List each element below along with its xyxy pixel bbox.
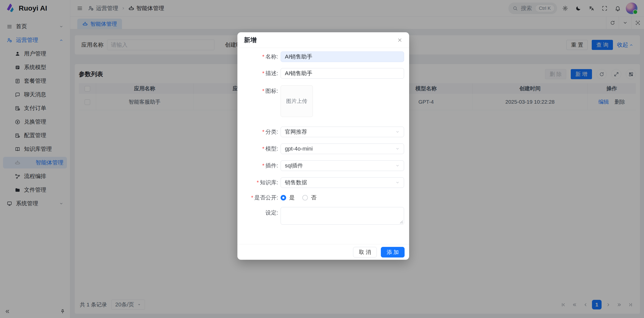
form-row-3: *分类:官网推荐 (237, 127, 409, 137)
required-asterisk: * (257, 179, 259, 186)
cancel-button[interactable]: 取 消 (353, 247, 377, 257)
form-row-0: *名称:AI销售助手 (237, 51, 409, 62)
radio-group: 是否 (281, 194, 404, 201)
field-label: *分类: (237, 128, 281, 136)
add-dialog: 新增 *名称:AI销售助手*描述:AI销售助手*图标:图片上传*分类:官网推荐*… (237, 32, 409, 260)
close-icon[interactable] (397, 37, 403, 43)
field-label: *名称: (237, 53, 281, 61)
required-asterisk: * (262, 146, 264, 152)
模型-select[interactable]: gpt-4o-mini (281, 143, 404, 154)
select-value: 销售数据 (285, 179, 307, 186)
field-label: *描述: (237, 70, 281, 77)
设定-textarea[interactable] (281, 207, 404, 225)
radio-label: 否 (311, 194, 316, 201)
分类-select[interactable]: 官网推荐 (281, 127, 404, 137)
select-value: sql插件 (285, 162, 303, 169)
field-label: *知识库: (237, 179, 281, 186)
form-row-5: *插件:sql插件 (237, 160, 409, 171)
field-label: *是否公开: (237, 194, 281, 201)
required-asterisk: * (262, 88, 264, 94)
field-label: *插件: (237, 162, 281, 169)
form-row-6: *知识库:销售数据 (237, 177, 409, 188)
radio-label: 是 (289, 194, 295, 201)
radio-option[interactable]: 否 (302, 194, 316, 201)
select-value: gpt-4o-mini (285, 146, 313, 152)
required-asterisk: * (262, 70, 264, 76)
dialog-title: 新增 (244, 36, 257, 44)
form-row-4: *模型:gpt-4o-mini (237, 143, 409, 154)
radio-checked-icon (281, 195, 286, 200)
field-label: 设定: (237, 207, 281, 217)
select-value: 官网推荐 (285, 128, 307, 136)
required-asterisk: * (262, 162, 264, 169)
form-row-1: *描述:AI销售助手 (237, 68, 409, 79)
插件-select[interactable]: sql插件 (281, 160, 404, 171)
required-asterisk: * (251, 194, 253, 201)
form-row-8: 设定: (237, 207, 409, 225)
field-label: *模型: (237, 145, 281, 153)
dialog-body: *名称:AI销售助手*描述:AI销售助手*图标:图片上传*分类:官网推荐*模型:… (237, 48, 409, 244)
required-asterisk: * (262, 129, 264, 135)
form-row-2: *图标:图片上传 (237, 85, 409, 117)
dialog-header: 新增 (237, 32, 409, 48)
radio-option[interactable]: 是 (281, 194, 295, 201)
form-row-7: *是否公开:是否 (237, 194, 409, 201)
名称-input[interactable]: AI销售助手 (281, 51, 404, 62)
required-asterisk: * (262, 53, 264, 60)
image-upload-button[interactable]: 图片上传 (281, 85, 313, 117)
描述-input[interactable]: AI销售助手 (281, 68, 404, 79)
dialog-footer: 取 消 添 加 (237, 244, 409, 260)
submit-button[interactable]: 添 加 (381, 247, 405, 257)
知识库-select[interactable]: 销售数据 (281, 177, 404, 188)
radio-unchecked-icon (302, 195, 308, 200)
field-label: *图标: (237, 85, 281, 95)
